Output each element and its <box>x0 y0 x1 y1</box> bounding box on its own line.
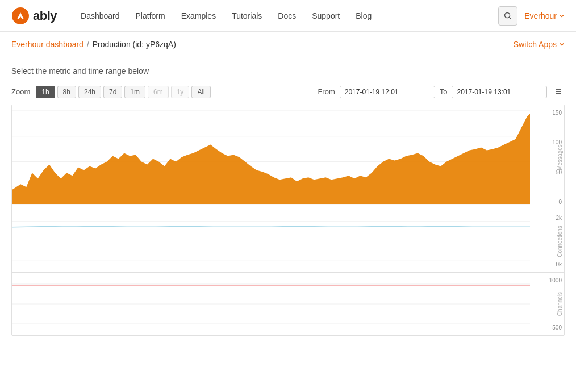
to-label: To <box>440 87 448 96</box>
svg-line-2 <box>510 17 512 19</box>
chart-menu-icon[interactable]: ≡ <box>552 85 565 99</box>
messages-y-axis: 150 100 50 0 Messages <box>530 105 564 210</box>
user-name: Everhour <box>524 11 557 20</box>
zoom-6m[interactable]: 6m <box>148 86 169 98</box>
channels-y-500: 500 <box>552 324 562 331</box>
channels-chart-section: 1000 500 Channels <box>12 273 564 335</box>
channels-chart-svg <box>12 273 530 335</box>
zoom-8h[interactable]: 8h <box>57 86 76 98</box>
search-button[interactable] <box>498 6 517 26</box>
nav-docs[interactable]: Docs <box>271 8 303 24</box>
search-icon <box>504 12 512 20</box>
zoom-1h[interactable]: 1h <box>36 86 55 98</box>
messages-title: Messages <box>557 144 563 170</box>
zoom-1y[interactable]: 1y <box>171 86 190 98</box>
nav-dashboard[interactable]: Dashboard <box>74 8 127 24</box>
messages-y-0: 0 <box>558 199 562 205</box>
connections-title: Connections <box>557 226 563 257</box>
nav-tutorials[interactable]: Tutorials <box>225 8 269 24</box>
messages-y-150: 150 <box>552 110 562 116</box>
main-content: Select the metric and time range below Z… <box>0 57 576 345</box>
connections-chart-area <box>12 210 530 272</box>
connections-chart-section: 2k 0k Connections <box>12 210 564 273</box>
date-controls: From To ≡ <box>318 85 565 99</box>
nav-support[interactable]: Support <box>305 8 347 24</box>
zoom-24h[interactable]: 24h <box>78 86 101 98</box>
nav-platform[interactable]: Platform <box>129 8 172 24</box>
switch-apps-button[interactable]: Switch Apps <box>514 40 565 49</box>
svg-point-1 <box>505 12 510 18</box>
user-menu[interactable]: Everhour <box>524 11 565 20</box>
connections-y-axis: 2k 0k Connections <box>530 210 564 272</box>
to-date-input[interactable] <box>452 86 547 98</box>
logo-text: ably <box>33 9 57 23</box>
breadcrumb-bar: Everhour dashboard / Production (id: yP6… <box>0 32 576 57</box>
from-date-input[interactable] <box>340 86 435 98</box>
breadcrumb-current: Production (id: yP6zqA) <box>93 40 176 49</box>
logo-area[interactable]: ably <box>11 7 57 25</box>
messages-chart-svg <box>12 105 530 210</box>
connections-y-0k: 0k <box>556 261 562 268</box>
breadcrumb-parent-link[interactable]: Everhour dashboard <box>11 40 84 49</box>
zoom-all[interactable]: All <box>191 86 210 98</box>
channels-chart-area <box>12 273 530 335</box>
channels-title: Channels <box>557 292 563 316</box>
zoom-1m[interactable]: 1m <box>124 86 145 98</box>
ably-logo-icon <box>11 7 30 25</box>
connections-chart-svg <box>12 210 530 272</box>
from-label: From <box>318 87 335 96</box>
switch-apps-chevron-icon <box>559 41 565 47</box>
messages-chart-area <box>12 105 530 210</box>
svg-marker-8 <box>12 114 530 204</box>
charts-container: 150 100 50 0 Messages 2k 0k <box>11 105 565 336</box>
channels-y-axis: 1000 500 Channels <box>530 273 564 335</box>
messages-chart-section: 150 100 50 0 Messages <box>12 105 564 210</box>
page-subtitle: Select the metric and time range below <box>11 66 565 76</box>
breadcrumb-separator: / <box>87 40 89 49</box>
switch-apps-label: Switch Apps <box>514 40 557 49</box>
zoom-controls: Zoom 1h 8h 24h 7d 1m 6m 1y All <box>11 86 211 98</box>
top-nav: ably Dashboard Platform Examples Tutoria… <box>0 0 576 32</box>
nav-blog[interactable]: Blog <box>349 8 378 24</box>
zoom-7d[interactable]: 7d <box>103 86 122 98</box>
channels-y-1000: 1000 <box>549 277 562 283</box>
user-chevron-icon <box>559 13 565 19</box>
controls-bar: Zoom 1h 8h 24h 7d 1m 6m 1y All From To ≡ <box>11 85 565 99</box>
zoom-label: Zoom <box>11 87 30 96</box>
nav-examples[interactable]: Examples <box>174 8 223 24</box>
nav-links: Dashboard Platform Examples Tutorials Do… <box>74 8 498 24</box>
connections-y-2k: 2k <box>556 215 562 221</box>
breadcrumb: Everhour dashboard / Production (id: yP6… <box>11 40 176 49</box>
